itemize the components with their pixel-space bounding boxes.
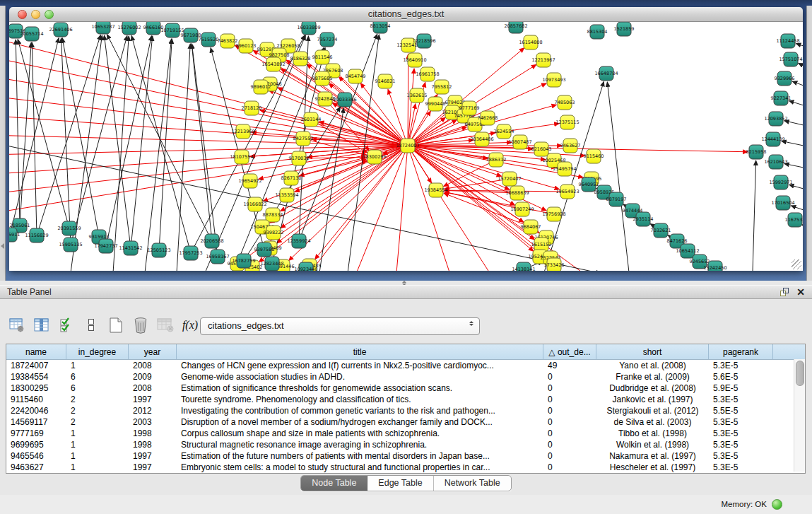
table-row[interactable]: 1456911722003Disruption of a novel membe… (6, 416, 805, 428)
column-header-name[interactable]: name (6, 344, 66, 359)
table-cell[interactable]: 0 (543, 462, 596, 473)
table-cell[interactable]: 2008 (129, 360, 177, 371)
function-builder-icon[interactable]: f(x) (182, 317, 199, 334)
column-header-in_degree[interactable]: in_degree (66, 344, 129, 359)
new-table-icon[interactable] (107, 317, 124, 334)
table-cell[interactable]: 5.3E-5 (709, 394, 773, 405)
table-cell[interactable]: 5.3E-5 (709, 360, 773, 371)
table-cell[interactable]: 5.6E-5 (709, 371, 773, 382)
table-cell[interactable]: 0 (543, 371, 596, 382)
table-cell[interactable]: 6 (66, 371, 129, 382)
column-header-out_de[interactable]: △ out_de... (543, 344, 596, 359)
table-cell[interactable]: Tibbo et al. (1998) (596, 428, 709, 439)
table-cell[interactable]: 18724007 (6, 360, 66, 371)
table-cell[interactable]: 1 (66, 360, 129, 371)
select-all-rows-icon[interactable] (58, 317, 75, 334)
table-cell[interactable]: Tourette syndrome. Phenomenology and cla… (177, 394, 543, 405)
column-header-pagerank[interactable]: pagerank (709, 344, 773, 359)
table-cell[interactable]: 2009 (129, 371, 177, 382)
table-cell[interactable]: Changes of HCN gene expression and I(f) … (177, 360, 543, 371)
table-cell[interactable]: 5.3E-5 (709, 462, 773, 473)
table-cell[interactable]: 1 (66, 428, 129, 439)
table-selector-combobox[interactable]: citations_edges.txt (200, 317, 480, 335)
table-cell[interactable]: 9699695 (6, 439, 66, 450)
table-cell[interactable]: 5.3E-5 (709, 428, 773, 439)
table-row[interactable]: 911546021997Tourette syndrome. Phenomeno… (6, 394, 805, 405)
table-cell[interactable]: 0 (543, 405, 596, 416)
table-cell[interactable]: 14569117 (6, 416, 66, 428)
table-cell[interactable]: Structural magnetic resonance image aver… (177, 439, 543, 450)
table-cell[interactable]: 0 (543, 439, 596, 450)
table-settings-icon[interactable] (8, 317, 25, 334)
table-row[interactable]: 946554611997Estimation of the future num… (6, 450, 805, 462)
table-cell[interactable]: 2 (66, 416, 129, 428)
table-cell[interactable]: Hescheler et al. (1997) (596, 462, 709, 473)
close-panel-icon[interactable]: ✕ (796, 286, 805, 298)
table-cell[interactable]: de Silva et al. (2003) (596, 416, 709, 428)
table-cell[interactable]: Wolkin et al. (1998) (596, 439, 709, 450)
table-cell[interactable]: 5.3E-5 (709, 416, 773, 428)
row-height-icon[interactable] (83, 317, 100, 334)
table-cell[interactable]: 1 (66, 462, 129, 473)
table-cell[interactable]: 1997 (129, 450, 177, 462)
table-cell[interactable]: Corpus callosum shape and size in male p… (177, 428, 543, 439)
table-cell[interactable]: 1997 (129, 462, 177, 473)
table-cell[interactable]: 0 (543, 428, 596, 439)
column-header-title[interactable]: title (177, 344, 543, 359)
table-row[interactable]: 1938455462009Genome-wide association stu… (6, 371, 805, 382)
window-titlebar[interactable]: citations_edges.txt (9, 7, 803, 22)
resize-grip[interactable] (792, 259, 801, 269)
table-cell[interactable]: 6 (66, 382, 129, 394)
table-cell[interactable]: Genome-wide association studies in ADHD. (177, 371, 543, 382)
table-cell[interactable]: Estimation of the future numbers of pati… (177, 450, 543, 462)
table-cell[interactable]: 1997 (129, 394, 177, 405)
table-cell[interactable]: Yano et al. (2008) (596, 360, 709, 371)
collapse-arrow-icon[interactable] (1, 243, 4, 249)
table-cell[interactable]: 0 (543, 394, 596, 405)
table-cell[interactable]: Disruption of a novel member of a sodium… (177, 416, 543, 428)
tab-edge-table[interactable]: Edge Table (367, 476, 433, 491)
table-cell[interactable]: 49 (543, 360, 596, 371)
table-cell[interactable]: Investigating the contribution of common… (177, 405, 543, 416)
show-columns-icon[interactable] (33, 317, 50, 334)
table-cell[interactable]: 9777169 (6, 428, 66, 439)
network-canvas[interactable]: 1872400718300295193845541232541318640910… (9, 22, 803, 271)
table-scrollbar[interactable] (794, 359, 805, 472)
table-cell[interactable]: 1 (66, 439, 129, 450)
table-cell[interactable]: 2012 (129, 405, 177, 416)
table-cell[interactable]: 5.9E-5 (709, 382, 773, 394)
tab-network-table[interactable]: Network Table (434, 476, 511, 491)
table-cell[interactable]: 22420046 (6, 405, 66, 416)
table-cell[interactable]: 5.3E-5 (709, 439, 773, 450)
table-cell[interactable]: 1998 (129, 439, 177, 450)
memory-status-led-icon[interactable] (772, 499, 782, 510)
table-cell[interactable]: 19384554 (6, 371, 66, 382)
table-row[interactable]: 946362711997Embryonic stem cells: a mode… (6, 462, 805, 473)
table-cell[interactable]: 18300295 (6, 382, 66, 394)
table-cell[interactable]: 2008 (129, 382, 177, 394)
table-cell[interactable]: Franke et al. (2009) (596, 371, 709, 382)
table-cell[interactable]: 1 (66, 450, 129, 462)
table-cell[interactable]: Jankovic et al. (1997) (596, 394, 709, 405)
table-cell[interactable]: Embryonic stem cells: a model to study s… (177, 462, 543, 473)
float-panel-icon[interactable] (779, 287, 789, 297)
tab-node-table[interactable]: Node Table (301, 476, 367, 491)
scrollbar-thumb[interactable] (796, 361, 804, 386)
table-row[interactable]: 977716911998Corpus callosum shape and si… (6, 428, 805, 439)
table-cell[interactable]: 0 (543, 416, 596, 428)
table-cell[interactable]: 5.3E-5 (709, 450, 773, 462)
table-cell[interactable]: 0 (543, 450, 596, 462)
table-row[interactable]: 1872400712008Changes of HCN gene express… (6, 360, 805, 371)
table-cell[interactable]: 5.5E-5 (709, 405, 773, 416)
table-cell[interactable]: 9463627 (6, 462, 66, 473)
table-cell[interactable]: 2 (66, 405, 129, 416)
table-row[interactable]: 1830029562008Estimation of significance … (6, 382, 805, 394)
table-cell[interactable]: 0 (543, 382, 596, 394)
table-cell[interactable]: Nakamura et al. (1997) (596, 450, 709, 462)
column-header-short[interactable]: short (596, 344, 709, 359)
column-header-year[interactable]: year (129, 344, 177, 359)
table-cell[interactable]: Dudbridge et al. (2008) (596, 382, 709, 394)
table-cell[interactable]: 9465546 (6, 450, 66, 462)
table-cell[interactable]: 2 (66, 394, 129, 405)
delete-table-icon[interactable] (132, 317, 149, 334)
